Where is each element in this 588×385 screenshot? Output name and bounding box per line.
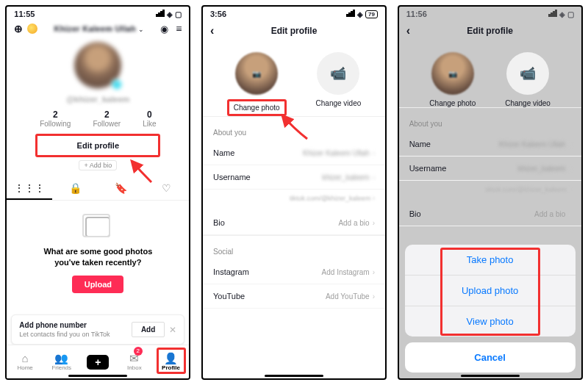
chevron-right-icon: › — [373, 219, 375, 227]
nav-inbox[interactable]: ✉Inbox2 — [116, 345, 153, 378]
add-badge-icon[interactable]: + — [111, 79, 123, 90]
chevron-right-icon: › — [373, 149, 375, 157]
chevron-right-icon: › — [568, 140, 570, 148]
profile-header: ⊕ Khizer Kaleem Ullah⌄ ◉ ≡ — [7, 20, 189, 37]
tab-feed[interactable]: ⋮⋮⋮ — [7, 178, 52, 200]
menu-icon[interactable]: ≡ — [176, 23, 182, 35]
sheet-upload-photo[interactable]: Upload photo — [405, 276, 576, 306]
section-about: About you — [203, 116, 385, 141]
change-video-label: Change video — [316, 99, 362, 107]
close-icon[interactable]: ✕ — [169, 325, 176, 335]
content-tabs: ⋮⋮⋮ 🔒 🔖 ♡ — [7, 178, 189, 201]
signal-icon — [346, 10, 355, 18]
sheet-cancel[interactable]: Cancel — [405, 342, 576, 373]
lock-icon: 🔒 — [69, 182, 82, 194]
edit-header: ‹ Edit profile — [399, 20, 581, 42]
battery-icon: ▢ — [175, 10, 182, 18]
row-username[interactable]: Usernamekhizer_kaleem› — [203, 165, 385, 190]
add-phone-card: Add phone numberLet contacts find you on… — [11, 314, 184, 345]
username-label: Khizer Kaleem Ullah — [54, 24, 136, 33]
sheet-view-photo[interactable]: View photo — [405, 306, 576, 337]
signal-icon — [548, 10, 557, 18]
change-photo-button[interactable]: 📷 Change photo — [227, 52, 287, 116]
chevron-right-icon: › — [373, 194, 375, 202]
back-button[interactable]: ‹ — [406, 24, 410, 37]
section-about: About you — [399, 107, 581, 132]
nav-friends[interactable]: 👥Friends — [43, 345, 80, 378]
chevron-right-icon: › — [373, 268, 375, 276]
status-indicators: ◈ 79 — [346, 10, 378, 18]
avatar[interactable]: + — [74, 42, 121, 89]
handle-label: @khizer_kaleem — [7, 95, 189, 104]
row-bio[interactable]: BioAdd a bio› — [399, 202, 581, 226]
video-icon: 📹 — [330, 65, 346, 82]
eye-icon[interactable]: ◉ — [160, 24, 168, 35]
coin-icon[interactable] — [27, 24, 37, 34]
change-video-label: Change video — [505, 99, 551, 107]
change-photo-label: Change photo — [227, 99, 287, 116]
status-bar: 11:55 ◈ ▢ — [7, 7, 189, 20]
upload-button[interactable]: Upload — [72, 276, 123, 293]
screen-profile: 11:55 ◈ ▢ ⊕ Khizer Kaleem Ullah⌄ ◉ ≡ + @… — [5, 5, 190, 380]
chevron-right-icon: › — [568, 185, 570, 193]
status-bar: 11:56 ◈ ▢ — [399, 7, 581, 20]
home-icon: ⌂ — [22, 353, 29, 364]
row-link[interactable]: tiktok.com/@khizer_kaleem › — [399, 181, 581, 202]
chevron-right-icon: › — [568, 210, 570, 218]
add-friend-icon[interactable]: ⊕ — [14, 23, 23, 35]
add-phone-title: Add phone number — [19, 321, 110, 329]
sheet-take-photo[interactable]: Take photo — [405, 245, 576, 276]
heart-icon: ♡ — [162, 182, 171, 194]
section-social: Social — [203, 235, 385, 260]
chevron-right-icon: › — [373, 173, 375, 181]
stat-following[interactable]: 2Following — [40, 109, 71, 128]
add-bio-button[interactable]: + Add bio — [79, 160, 117, 170]
row-name[interactable]: NameKhizer Kaleem Ullah› — [203, 141, 385, 165]
stat-like[interactable]: 0Like — [143, 109, 156, 128]
home-indicator — [68, 375, 127, 377]
image-placeholder-icon — [85, 217, 110, 237]
nav-profile[interactable]: 👤Profile — [153, 345, 190, 378]
inbox-badge: 2 — [134, 347, 143, 356]
stats-row: 2Following 2Follower 0Like — [7, 109, 189, 128]
username-dropdown[interactable]: Khizer Kaleem Ullah⌄ — [54, 24, 144, 33]
stat-follower[interactable]: 2Follower — [93, 109, 121, 128]
row-bio[interactable]: BioAdd a bio› — [203, 211, 385, 235]
action-sheet: Take photo Upload photo View photo Cance… — [405, 245, 576, 373]
status-time: 3:56 — [210, 10, 226, 18]
camera-icon: 📷 — [431, 52, 474, 95]
home-indicator — [265, 375, 323, 377]
back-button[interactable]: ‹ — [210, 24, 214, 37]
row-name[interactable]: NameKhizer Kaleem Ullah› — [399, 132, 581, 156]
nav-home[interactable]: ⌂Home — [7, 345, 43, 378]
change-photo-button[interactable]: 📷 Change photo — [429, 52, 476, 107]
row-instagram[interactable]: InstagramAdd Instagram› — [203, 260, 385, 284]
action-sheet-group: Take photo Upload photo View photo — [405, 245, 576, 337]
row-username[interactable]: Usernamekhizer_kaleem› — [399, 156, 581, 181]
wifi-icon: ◈ — [559, 10, 565, 18]
status-indicators: ◈ ▢ — [156, 10, 182, 18]
edit-header: ‹ Edit profile — [203, 20, 385, 42]
row-youtube[interactable]: YouTubeAdd YouTube› — [203, 284, 385, 309]
add-phone-subtitle: Let contacts find you on TikTok — [19, 331, 110, 338]
tab-locked[interactable]: 🔒 — [52, 178, 98, 200]
edit-profile-button[interactable]: Edit profile — [35, 134, 160, 157]
tab-saved[interactable]: 🔖 — [98, 178, 143, 200]
chevron-down-icon: ⌄ — [138, 26, 144, 33]
profile-icon: 👤 — [164, 353, 178, 364]
battery-icon: ▢ — [567, 10, 574, 18]
change-video-button[interactable]: 📹 Change video — [316, 52, 362, 116]
avatar-section: + @khizer_kaleem — [7, 42, 189, 104]
nav-create[interactable]: + — [80, 345, 117, 378]
row-link[interactable]: tiktok.com/@khizer_kaleem › — [203, 190, 385, 211]
bottom-nav: ⌂Home 👥Friends + ✉Inbox2 👤Profile — [7, 345, 189, 378]
media-row: 📷 Change photo 📹 Change video — [399, 52, 581, 107]
tab-liked[interactable]: ♡ — [143, 178, 189, 200]
plus-icon: + — [87, 355, 109, 370]
add-phone-button[interactable]: Add — [132, 322, 165, 337]
battery-icon: 79 — [365, 10, 378, 18]
change-video-button[interactable]: 📹 Change video — [505, 52, 551, 107]
status-bar: 3:56 ◈ 79 — [203, 7, 385, 20]
wifi-icon: ◈ — [357, 10, 363, 18]
page-title: Edit profile — [467, 26, 513, 36]
